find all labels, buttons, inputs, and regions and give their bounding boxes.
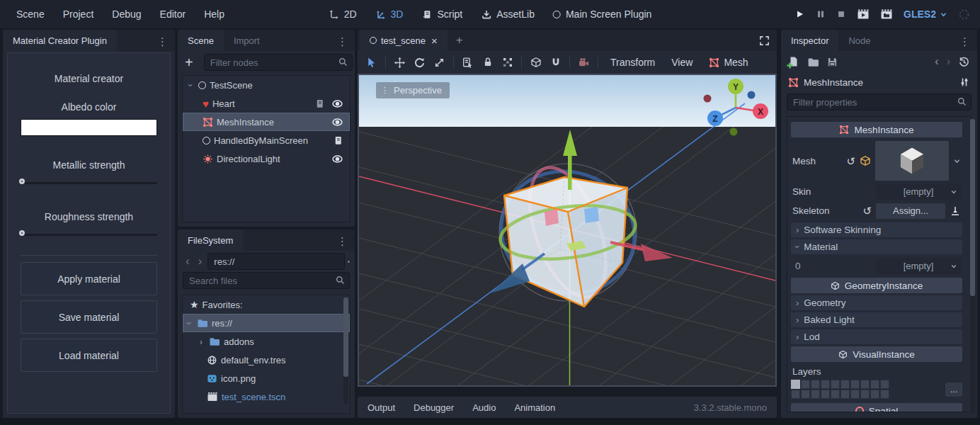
axis-x-ball[interactable]: X (753, 103, 768, 119)
roughness-strength-slider[interactable] (21, 234, 157, 236)
move-mode-button[interactable] (390, 54, 409, 71)
menu-debug[interactable]: Debug (103, 0, 150, 28)
scale-mode-button[interactable] (430, 54, 449, 71)
inspector-scrollbar[interactable] (970, 119, 975, 414)
rotate-mode-button[interactable] (410, 54, 429, 71)
workspace-2d[interactable]: 2D (323, 0, 363, 28)
menu-project[interactable]: Project (54, 0, 103, 28)
view-menu[interactable]: View (663, 57, 700, 68)
layer-19[interactable] (870, 390, 879, 399)
menu-help[interactable]: Help (195, 0, 234, 28)
node-path-pick-icon[interactable] (950, 205, 961, 217)
layers-grid[interactable] (791, 380, 889, 399)
fs-row-favorites[interactable]: ★ Favorites: (183, 295, 350, 314)
workspace-3d[interactable]: 3D (370, 0, 409, 28)
local-space-button[interactable] (526, 54, 545, 71)
albedo-color-picker[interactable] (21, 119, 157, 136)
search-files-input[interactable] (183, 272, 350, 289)
distraction-free-icon[interactable] (752, 35, 777, 46)
view-axis-gizmo[interactable]: Y X Z (699, 76, 773, 142)
scene-tab-test-scene[interactable]: test_scene × (360, 30, 448, 51)
section-spatial[interactable]: Spatial (791, 403, 962, 412)
play-button[interactable] (794, 8, 805, 20)
output-button[interactable]: Output (368, 402, 395, 413)
tree-row-directionallight[interactable]: DirectionalLight (183, 149, 350, 168)
close-tab-icon[interactable]: × (431, 35, 438, 47)
pause-button[interactable] (816, 9, 826, 19)
debugger-button[interactable]: Debugger (414, 402, 454, 413)
axis-neg-x-ball[interactable] (704, 95, 712, 103)
collapse-icon[interactable]: › (186, 81, 196, 89)
layer-10[interactable] (880, 380, 889, 389)
layer-3[interactable] (811, 380, 820, 389)
new-resource-button[interactable] (788, 56, 799, 67)
save-material-button[interactable]: Save material (21, 300, 157, 334)
tab-scene[interactable]: Scene (178, 30, 224, 51)
tree-row-meshinstance[interactable]: MeshInstance (183, 113, 350, 131)
skeleton-assign-button[interactable]: Assign... (876, 203, 945, 219)
layer-7[interactable] (850, 380, 860, 389)
layer-15[interactable] (831, 390, 840, 399)
layer-4[interactable] (821, 380, 830, 389)
history-back-button[interactable]: ‹ (935, 55, 938, 68)
skin-dropdown[interactable]: [empty] (876, 183, 961, 200)
fs-row-res[interactable]: › res:// (183, 314, 350, 332)
fs-row-test-scene[interactable]: test_scene.tscn (183, 387, 350, 406)
layer-16[interactable] (841, 390, 850, 399)
play-scene-button[interactable] (857, 8, 870, 20)
collapse-icon[interactable]: › (184, 319, 195, 327)
history-back-button[interactable]: ‹ (183, 254, 193, 268)
perspective-menu[interactable]: ⋮ Perspective (376, 82, 450, 98)
split-view-icon[interactable] (348, 256, 350, 268)
fs-row-icon-png[interactable]: icon.png (183, 369, 350, 387)
workspace-assetlib[interactable]: AssetLib (475, 0, 540, 28)
group-software-skinning[interactable]: › Software Skinning (791, 222, 962, 237)
select-mode-button[interactable] (362, 54, 381, 71)
add-node-button[interactable]: + (183, 55, 195, 71)
layer-9[interactable] (870, 380, 879, 389)
workspace-script[interactable]: Script (416, 0, 468, 28)
script-icon[interactable] (314, 98, 325, 109)
filter-nodes-input[interactable] (204, 54, 353, 71)
revert-icon[interactable]: ↺ (846, 156, 855, 166)
layer-12[interactable] (801, 390, 810, 399)
dock-menu-icon[interactable]: ⋮ (954, 35, 977, 51)
group-button[interactable] (498, 54, 517, 71)
lock-button[interactable] (478, 54, 497, 71)
snap-button[interactable] (546, 54, 565, 71)
layer-17[interactable] (850, 390, 860, 399)
fs-row-addons[interactable]: › addons (183, 332, 350, 351)
transform-menu[interactable]: Transform (603, 57, 663, 68)
load-resource-button[interactable] (807, 56, 819, 68)
axis-neg-y-ball[interactable] (730, 128, 738, 136)
object-history-button[interactable] (958, 56, 970, 68)
layer-2[interactable] (801, 380, 810, 389)
expand-icon[interactable]: › (197, 336, 205, 347)
layer-1[interactable] (791, 380, 800, 389)
tab-inspector[interactable]: Inspector (781, 30, 838, 51)
fs-row-default-env[interactable]: default_env.tres (183, 351, 350, 369)
stop-button[interactable] (836, 9, 846, 19)
tab-filesystem[interactable]: FileSystem (178, 230, 243, 251)
group-geometry[interactable]: › Geometry (791, 295, 962, 310)
tree-row-heart[interactable]: ♥ Heart (183, 94, 350, 113)
axis-z-ball[interactable]: Z (707, 110, 723, 126)
group-material[interactable]: › Material (791, 239, 962, 254)
section-geometryinstance[interactable]: GeometryInstance (791, 278, 962, 293)
mesh-preview[interactable] (875, 141, 949, 181)
tab-node[interactable]: Node (838, 30, 880, 51)
material-dropdown[interactable]: [empty] (876, 258, 961, 274)
camera-preview-button[interactable] (574, 54, 593, 71)
tree-row-testscene[interactable]: › TestScene (183, 76, 350, 94)
layers-more-button[interactable]: ... (945, 382, 962, 397)
slider-knob[interactable] (19, 178, 25, 184)
tab-material-creator-plugin[interactable]: Material Creator Plugin (3, 30, 117, 51)
menu-scene[interactable]: Scene (7, 0, 54, 28)
axis-y-ball[interactable]: Y (728, 79, 743, 94)
layer-20[interactable] (880, 390, 889, 399)
apply-material-button[interactable]: Apply material (21, 262, 157, 295)
layer-6[interactable] (841, 380, 850, 389)
layer-13[interactable] (811, 390, 820, 399)
new-scene-tab-button[interactable]: + (448, 30, 472, 51)
dock-menu-icon[interactable]: ⋮ (152, 35, 175, 51)
